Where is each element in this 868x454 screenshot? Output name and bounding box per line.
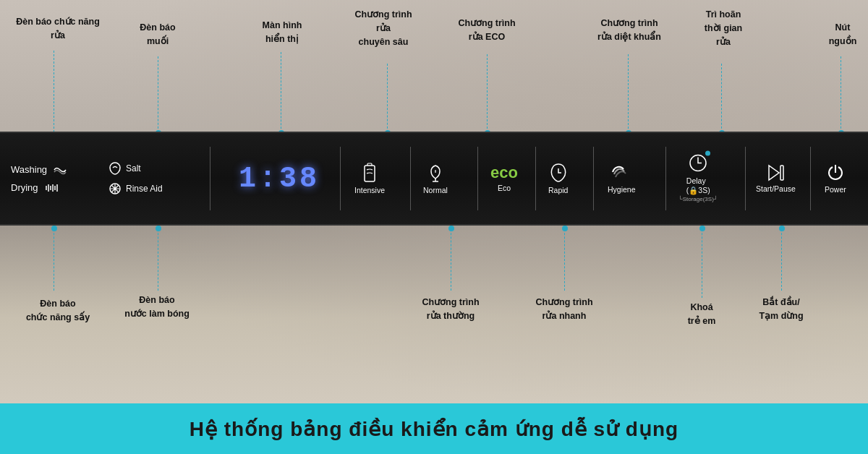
separator-4 xyxy=(477,147,478,210)
label-salt-indicator: Đèn báomuối xyxy=(122,20,194,48)
label-wash-indicator: Đèn báo chức năng rửa xyxy=(14,14,101,42)
dotline-intensive-top xyxy=(387,64,388,136)
delay-icon xyxy=(688,153,708,172)
label-start-pause: Bắt đầu/Tạm dừng xyxy=(738,295,825,322)
dotline-salt-bottom xyxy=(158,226,158,291)
background-image xyxy=(0,0,868,454)
intensive-label: Intensive xyxy=(354,186,385,194)
dotline-startpause-bottom xyxy=(781,226,782,291)
separator-9 xyxy=(810,147,811,210)
dotline-delay-top xyxy=(721,64,722,136)
separator-8 xyxy=(745,147,746,210)
dot-startpause-bottom xyxy=(779,226,785,231)
btn-delay[interactable]: Delay(🔒3S) └Storage(3S)┘ xyxy=(678,153,718,202)
label-rinse-indicator: Đèn báonước làm bóng xyxy=(110,293,204,320)
separator-1 xyxy=(210,147,210,210)
btn-intensive[interactable]: Intensive xyxy=(354,163,385,194)
dotline-display-top xyxy=(281,52,281,136)
dotline-rapid-bottom xyxy=(564,226,565,291)
salt-label: Salt xyxy=(126,163,141,174)
separator-5 xyxy=(535,147,536,210)
dot-childlock-bottom xyxy=(699,226,705,231)
dot-rapid-bottom xyxy=(562,226,568,231)
dot-normal-bottom xyxy=(448,226,454,231)
separator-7 xyxy=(665,147,666,210)
washing-drying-section: Washing Drying xyxy=(11,164,67,193)
eco-label: Eco xyxy=(498,184,511,192)
start-pause-icon xyxy=(765,164,786,181)
separator-3 xyxy=(410,147,411,210)
label-rapid-program: Chương trìnhrửa nhanh xyxy=(514,295,615,322)
main-container: Đèn báo chức năng rửa Đèn báomuối Màn hì… xyxy=(0,0,868,454)
control-panel: Washing Drying Salt xyxy=(0,132,868,226)
label-power: Nútnguồn xyxy=(817,20,868,48)
time-display: 1:38 xyxy=(239,163,320,195)
start-pause-label: Start/Pause xyxy=(756,184,796,193)
hygiene-icon xyxy=(610,163,632,182)
dotline-salt-top xyxy=(158,56,158,136)
storage-label: └Storage(3S)┘ xyxy=(678,196,718,202)
delay-dot xyxy=(705,151,710,156)
bottom-banner: Hệ thống bảng điều khiển cảm ứng dễ sử d… xyxy=(0,403,868,454)
separator-6 xyxy=(593,147,594,210)
washing-icon xyxy=(53,165,67,175)
label-hygiene: Chương trìnhrửa diệt khuẩn xyxy=(586,16,673,43)
normal-icon xyxy=(425,163,446,183)
delay-icon-wrap xyxy=(688,153,708,175)
btn-start-pause[interactable]: Start/Pause xyxy=(756,164,796,193)
btn-rapid[interactable]: Rapid xyxy=(548,163,568,194)
salt-icon xyxy=(109,162,122,175)
label-display: Màn hìnhhiển thị xyxy=(250,18,315,46)
eco-icon: eco xyxy=(490,165,518,181)
dotline-wash-bottom xyxy=(54,226,54,291)
dot-wash-bottom xyxy=(51,226,57,231)
label-dry-indicator: Đèn báochức năng sấy xyxy=(7,296,109,324)
label-delay: Trì hoãnthời gianrửa xyxy=(687,7,760,48)
separator-2 xyxy=(340,147,341,210)
rapid-label: Rapid xyxy=(548,186,568,194)
rinse-aid-icon xyxy=(109,182,122,195)
dot-salt-bottom xyxy=(156,226,161,231)
power-label: Power xyxy=(825,185,846,194)
dotline-childlock-bottom xyxy=(702,226,702,298)
label-intensive: Chương trìnhrửachuyên sâu xyxy=(340,7,427,48)
bottom-title: Hệ thống bảng điều khiển cảm ứng dễ sử d… xyxy=(190,417,678,441)
intensive-icon xyxy=(359,163,380,183)
drying-label: Drying xyxy=(11,182,38,193)
svg-rect-3 xyxy=(780,166,783,180)
label-child-lock: Khoátrẻ em xyxy=(665,300,738,327)
rinse-aid-row: Rinse Aid xyxy=(109,182,163,195)
hygiene-label: Hygiene xyxy=(608,185,636,194)
btn-eco[interactable]: eco Eco xyxy=(490,165,518,192)
label-normal-program: Chương trìnhrửa thường xyxy=(396,295,505,322)
salt-row: Salt xyxy=(109,162,163,175)
dotline-power-top xyxy=(841,56,841,136)
dotline-wash-top xyxy=(54,51,54,143)
rapid-icon xyxy=(549,163,568,183)
rinse-aid-label: Rinse Aid xyxy=(126,184,163,194)
salt-rinse-section: Salt Rinse Aid xyxy=(109,162,163,195)
power-icon xyxy=(826,163,845,182)
normal-label: Normal xyxy=(423,186,448,194)
btn-power[interactable]: Power xyxy=(825,163,846,194)
btn-normal[interactable]: Normal xyxy=(423,163,448,194)
label-eco: Chương trìnhrửa ECO xyxy=(447,16,527,43)
washing-label: Washing xyxy=(11,164,47,175)
dotline-hygiene-top xyxy=(628,54,629,136)
delay-label: Delay(🔒3S) xyxy=(686,176,710,194)
dotline-normal-bottom xyxy=(451,226,451,291)
btn-hygiene[interactable]: Hygiene xyxy=(608,163,636,194)
drying-icon xyxy=(44,183,60,193)
washing-row: Washing xyxy=(11,164,67,175)
drying-row: Drying xyxy=(11,182,67,193)
dotline-eco-top xyxy=(487,54,488,136)
svg-marker-2 xyxy=(769,166,779,180)
